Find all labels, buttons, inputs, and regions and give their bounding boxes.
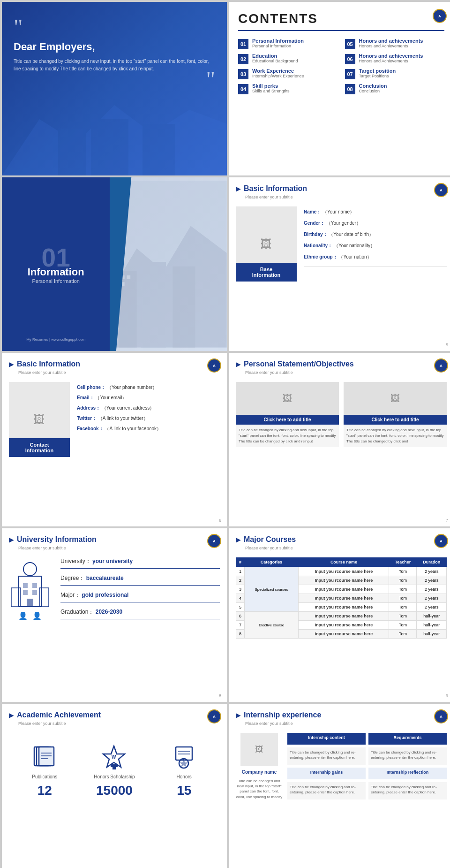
svg-rect-20 [39,588,49,607]
univ-field-1: Degree： baccalaureate [60,574,220,586]
content-item-08: 08 Conclusion Conclusion [345,83,445,94]
content-num-07: 07 [345,69,355,79]
content-sub-08: Conclusion [359,89,387,93]
achievement-scholarship: W Honors Scholarship 15000 [94,745,135,798]
logo-slide4: A [434,183,448,197]
header-arrow-7: ▶ [9,536,14,543]
achievement-label-pub: Publications [32,774,57,779]
header-sub-9: Please enter your subtitle [9,721,220,726]
svg-rect-23 [39,747,54,766]
content-num-05: 05 [345,39,355,49]
page-num-4: 5 [446,343,448,347]
header-sub-6: Please enter your subtitle [236,370,447,375]
logo-slide7: A [207,534,221,548]
content-sub-03: Internship/Work Experience [252,74,304,78]
col-cat: Categories [244,557,299,567]
field-ethnic: Ethnic group： （Your nation） [304,254,447,260]
ps-card-text-2: Title can be changed by clicking and new… [344,425,447,447]
slide-9-academic: A ▶ Academic Achievement Please enter yo… [2,704,227,868]
internship-right: Internship content Requirements Title ca… [287,733,447,799]
achievement-num-scholar: 15000 [96,783,133,798]
header-sub-5: Please enter your subtitle [9,370,220,375]
content-item-01: 01 Personal Information Personal Informa… [238,38,338,49]
field-nationality: Nationality： （Your nationality） [304,243,447,249]
header-sub-4: Please enter your subtitle [236,195,447,199]
field-name: Name： （Your name） [304,209,447,215]
header-title-5: Basic Information [17,360,80,368]
content-item-05: 05 Honors and achievements Honors and Ac… [345,38,445,49]
header-arrow-10: ▶ [236,711,241,719]
logo-slide10: A [434,709,448,723]
header-arrow-4: ▶ [236,185,241,192]
field-birthday: Birthday： （Your date of birth） [304,231,447,238]
col-duration: Duration [417,557,447,567]
ps-card-img-1: 🖼 [236,382,339,415]
header-title-4: Basic Information [244,184,307,193]
content-title-08: Conclusion [359,83,387,89]
intern-content-0: Title can be changed by clicking and re-… [287,747,366,765]
svg-rect-16 [23,590,28,595]
field-gender: Gender： （Your gender） [304,220,447,227]
section-sub: Personal Information [32,278,80,284]
header-arrow-6: ▶ [236,360,241,368]
content-title-04: Skill perks [252,83,290,89]
achievement-honors: Honors 15 [171,745,197,798]
page-num-5: 6 [219,518,221,523]
slide-10-internship: A ▶ Internship experience Please enter y… [229,704,450,868]
header-title-8: Major Courses [244,535,296,544]
page-num-7: 8 [219,693,221,698]
content-item-06: 06 Honors and achievements Honors and Ac… [345,53,445,64]
achievement-label-scholar: Honors Scholarship [94,774,135,779]
info-fields-4: Name： （Your name） Gender： （Your gender） … [304,206,447,282]
svg-text:W: W [112,754,116,760]
svg-rect-18 [27,599,33,607]
slide-6-ps: A ▶ Personal Statement/Objectives Please… [229,353,450,526]
slide-4-basic: A ▶ Basic Information Please enter your … [229,177,450,351]
content-title-07: Target position [359,68,396,74]
logo-slide8: A [434,534,448,548]
svg-rect-7 [142,262,166,347]
quote-left: " [14,16,215,38]
svg-marker-35 [180,760,188,767]
content-sub-02: Educational Background [252,59,298,63]
ps-card-img-2: 🖼 [344,382,447,415]
univ-icon-area: 👤 👤 [9,562,51,620]
field-address: Address： （Your current address） [77,405,220,411]
svg-rect-19 [11,588,21,607]
content-num-06: 06 [345,54,355,64]
col-course: Course name [299,557,389,567]
univ-people: 👤 👤 [18,611,42,620]
content-num-08: 08 [345,84,355,94]
svg-rect-17 [32,590,37,595]
logo-slide9: A [207,709,221,723]
header-title-7: University Information [17,535,97,544]
content-sub-06: Honors and Achievements [359,59,423,63]
svg-rect-30 [112,767,116,769]
ps-card-title-1[interactable]: Click here to add title [236,415,339,425]
field-phone: Cell phone： （Your phone number） [77,384,220,391]
svg-rect-2 [91,119,128,175]
content-num-03: 03 [238,69,248,79]
achievement-num-honors: 15 [177,783,191,798]
contents-title: CONTENTS [238,11,444,31]
univ-field-3: Graduation： 2026-2030 [60,608,220,619]
field-twitter: Twitter： （A link to your twitter） [77,415,220,422]
content-sub-04: Skills and Strengths [252,89,290,93]
slides-grid: " Dear Employers, Title can be changed b… [0,0,450,868]
intern-box-2: Internship gains [287,768,366,779]
photo-icon-4: 🖼 [261,237,272,251]
contact-fields: Cell phone： （Your phone number） Email： （… [77,382,220,457]
photo-label-4: BaseInformation [236,263,297,282]
logo-contents: A [433,9,447,23]
col-teacher: Teacher [389,557,417,567]
ps-card-title-2[interactable]: Click here to add title [344,415,447,425]
ps-card-1: 🖼 Click here to add title Title can be c… [236,382,339,447]
header-sub-10: Please enter your subtitle [236,721,447,726]
univ-fields: University： your university Degree： bacc… [60,557,220,625]
person-icon-2: 👤 [32,611,42,620]
contents-grid: 01 Personal Information Personal Informa… [238,38,444,94]
content-item-04: 04 Skill perks Skills and Strengths [238,83,338,94]
content-title-02: Education [252,53,298,59]
field-email: Email： （Your email） [77,395,220,401]
scholarship-icon: W [101,745,127,770]
